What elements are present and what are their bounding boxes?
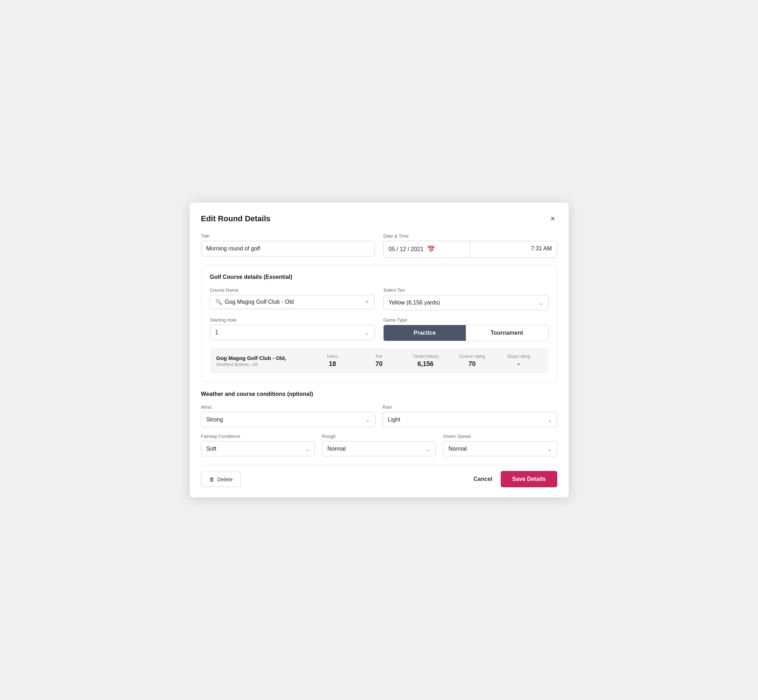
rain-label: Rain	[382, 405, 557, 410]
green-speed-dropdown[interactable]: SlowNormalFastVery Fast	[443, 441, 557, 456]
close-button[interactable]: ×	[548, 214, 557, 223]
course-stat-course-rating: Course rating 70	[449, 354, 495, 368]
weather-title: Weather and course conditions (optional)	[201, 391, 557, 397]
modal-header: Edit Round Details ×	[201, 214, 557, 223]
footer-right-actions: Cancel Save Details	[474, 471, 557, 487]
par-value: 70	[356, 360, 402, 368]
course-name-label: Course Name	[210, 288, 375, 293]
course-rating-value: 70	[449, 360, 495, 368]
rain-group: Rain NoneLightModerateHeavy ⌄	[382, 405, 557, 427]
fairway-dropdown[interactable]: HardNormalSoftWet	[201, 441, 315, 456]
green-speed-label: Green Speed	[443, 434, 557, 439]
title-input[interactable]	[201, 241, 375, 256]
trash-icon: 🗑	[209, 476, 215, 482]
rough-label: Rough	[322, 434, 436, 439]
course-name-input[interactable]	[225, 299, 362, 305]
yards-value: 6,156	[402, 360, 449, 368]
course-stat-yards: Yards(Yellow) 6,156	[402, 354, 449, 368]
time-value: 7:31 AM	[531, 245, 552, 252]
select-tee-group: Select Tee Yellow (6,156 yards) Red Whit…	[383, 288, 548, 310]
wind-group: Wind NoneLightModerateStrong ⌄	[201, 405, 376, 427]
wind-label: Wind	[201, 405, 376, 410]
date-time-group: 05 / 12 / 2021 📅 7:31 AM	[383, 241, 557, 258]
course-stat-slope-rating: Slope rating -	[495, 354, 542, 368]
select-tee-dropdown[interactable]: Yellow (6,156 yards) Red White Blue	[384, 295, 548, 310]
rough-group: Rough ShortNormalLongVery Long ⌄	[322, 434, 436, 456]
course-name-group: Course Name 🔍 ✕	[210, 288, 375, 310]
date-value: 05 / 12 / 2021	[388, 246, 423, 253]
title-label: Title	[201, 233, 375, 239]
starting-hole-dropdown[interactable]: 1234 5678 910	[210, 325, 375, 340]
rough-dropdown[interactable]: ShortNormalLongVery Long	[323, 441, 435, 456]
course-info-bar: Gog Magog Golf Club - Old, Shelford Bott…	[210, 348, 548, 373]
course-info-main-name: Gog Magog Golf Club - Old,	[216, 355, 309, 361]
game-type-group: Game Type Practice Tournament	[383, 317, 548, 341]
delete-button[interactable]: 🗑 Delete	[201, 472, 241, 487]
starting-hole-group: Starting Hole 1234 5678 910 ⌄	[210, 317, 375, 341]
hole-gametype-row: Starting Hole 1234 5678 910 ⌄ Game Type …	[210, 317, 548, 341]
title-field-group: Title	[201, 233, 375, 258]
course-search-wrap: 🔍 ✕	[210, 295, 375, 309]
date-input[interactable]: 05 / 12 / 2021 📅	[384, 241, 470, 258]
modal-title: Edit Round Details	[201, 214, 271, 223]
rain-select-wrap: NoneLightModerateHeavy ⌄	[382, 412, 557, 427]
green-speed-select-wrap: SlowNormalFastVery Fast ⌄	[443, 441, 557, 456]
tournament-button[interactable]: Tournament	[466, 325, 548, 341]
game-type-label: Game Type	[383, 317, 548, 323]
game-type-toggle: Practice Tournament	[383, 325, 548, 341]
slope-rating-value: -	[495, 360, 542, 368]
wind-select-wrap: NoneLightModerateStrong ⌄	[201, 412, 376, 427]
golf-course-section: Golf Course details (Essential) Course N…	[201, 265, 557, 382]
wind-rain-row: Wind NoneLightModerateStrong ⌄ Rain None…	[201, 405, 557, 427]
save-button[interactable]: Save Details	[501, 471, 557, 487]
golf-section-title: Golf Course details (Essential)	[210, 274, 548, 280]
calendar-icon: 📅	[427, 245, 435, 253]
fairway-select-wrap: HardNormalSoftWet ⌄	[201, 441, 315, 456]
holes-label: Holes	[309, 354, 356, 359]
course-stat-holes: Holes 18	[309, 354, 356, 368]
weather-section: Weather and course conditions (optional)…	[201, 391, 557, 456]
rough-select-wrap: ShortNormalLongVery Long ⌄	[322, 441, 436, 456]
time-input[interactable]: 7:31 AM	[470, 241, 557, 258]
rain-dropdown[interactable]: NoneLightModerateHeavy	[383, 412, 557, 427]
course-info-location: Shelford Bottom, UK	[216, 362, 309, 367]
fairway-label: Fairway Conditions	[201, 434, 315, 439]
starting-hole-label: Starting Hole	[210, 317, 375, 323]
course-stat-par: Par 70	[356, 354, 402, 368]
slope-rating-label: Slope rating	[495, 354, 542, 359]
course-rating-label: Course rating	[449, 354, 495, 359]
green-speed-group: Green Speed SlowNormalFastVery Fast ⌄	[443, 434, 557, 456]
course-info-name: Gog Magog Golf Club - Old, Shelford Bott…	[216, 355, 309, 367]
yards-label: Yards(Yellow)	[402, 354, 449, 359]
par-label: Par	[356, 354, 402, 359]
fairway-rough-green-row: Fairway Conditions HardNormalSoftWet ⌄ R…	[201, 434, 557, 456]
cancel-button[interactable]: Cancel	[474, 476, 492, 482]
select-tee-wrap: Yellow (6,156 yards) Red White Blue ⌄	[383, 295, 548, 310]
datetime-label: Date & Time	[383, 233, 557, 239]
modal-footer: 🗑 Delete Cancel Save Details	[201, 465, 557, 487]
title-datetime-row: Title Date & Time 05 / 12 / 2021 📅 7:31 …	[201, 233, 557, 258]
course-tee-row: Course Name 🔍 ✕ Select Tee Yellow (6,156…	[210, 288, 548, 310]
search-icon: 🔍	[215, 299, 222, 305]
select-tee-label: Select Tee	[383, 288, 548, 293]
delete-label: Delete	[218, 476, 233, 482]
clear-course-icon[interactable]: ✕	[365, 299, 370, 305]
edit-round-modal: Edit Round Details × Title Date & Time 0…	[190, 203, 568, 497]
holes-value: 18	[309, 360, 356, 368]
fairway-group: Fairway Conditions HardNormalSoftWet ⌄	[201, 434, 315, 456]
starting-hole-wrap: 1234 5678 910 ⌄	[210, 325, 375, 340]
practice-button[interactable]: Practice	[384, 325, 466, 341]
wind-dropdown[interactable]: NoneLightModerateStrong	[201, 412, 376, 427]
datetime-field-group: Date & Time 05 / 12 / 2021 📅 7:31 AM	[383, 233, 557, 258]
